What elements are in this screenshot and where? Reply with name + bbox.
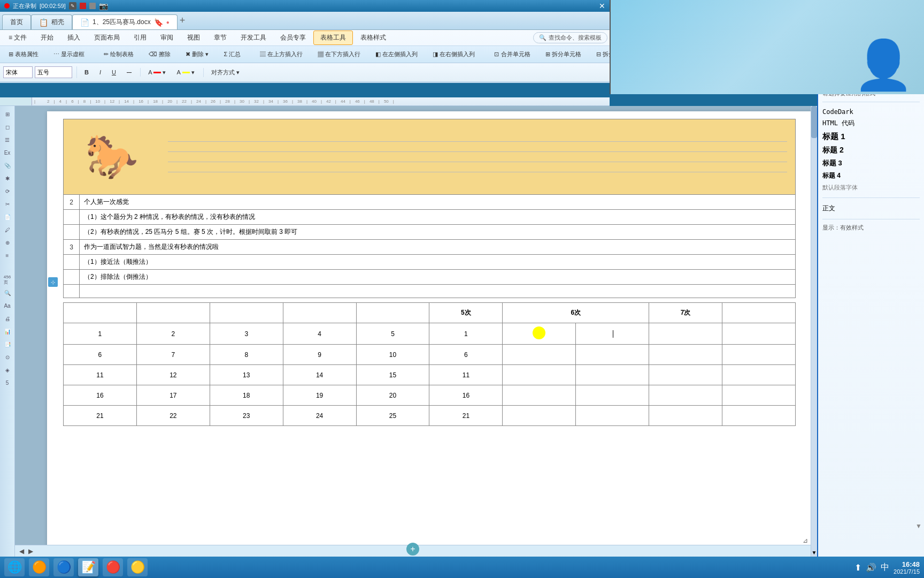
close-button[interactable]: ✕	[599, 2, 605, 10]
taskbar-app2[interactable]: 🟠	[29, 558, 49, 576]
insert-row-below-btn[interactable]: ▦ 在下方插入行	[312, 49, 366, 60]
taskbar-browser[interactable]: 🌐	[4, 558, 25, 576]
grid-r2c8[interactable]	[649, 345, 722, 365]
grid-r5c8[interactable]	[649, 406, 722, 426]
tray-lang-icon[interactable]: 中	[881, 562, 889, 573]
row2-content[interactable]: 个人第一次感觉	[80, 195, 796, 210]
edit-icon[interactable]: ✎	[69, 2, 76, 10]
grid-r4c8[interactable]	[649, 385, 722, 406]
sidebar-icon-15[interactable]: Aa	[2, 300, 13, 311]
grid-r1c0[interactable]: 1	[64, 323, 137, 345]
grid-r4c1[interactable]: 17	[136, 385, 210, 406]
row3-sub1-content[interactable]: （1）接近法（顺推法）	[80, 255, 796, 270]
ribbon-tab-review[interactable]: 审阅	[154, 31, 180, 44]
grid-r3c2[interactable]: 13	[210, 365, 283, 385]
rs-style-h3[interactable]: 标题 3	[822, 157, 920, 170]
ribbon-tab-vip[interactable]: 会员专享	[274, 31, 312, 44]
ribbon-tab-start[interactable]: 开始	[34, 31, 60, 44]
resize-handle[interactable]: ⊿	[801, 536, 810, 545]
taskbar-app3[interactable]: 🔵	[53, 558, 74, 576]
tray-volume-icon[interactable]: 🔊	[866, 562, 876, 573]
grid-r1c7[interactable]	[576, 323, 649, 345]
table-move-handle[interactable]: ⊹	[48, 277, 58, 287]
ribbon-tab-ref[interactable]: 引用	[127, 31, 153, 44]
rs-style-body[interactable]: 正文	[822, 202, 920, 215]
ribbon-tab-dev[interactable]: 开发工具	[234, 31, 273, 44]
grid-r3c9[interactable]	[722, 365, 796, 385]
pause-icon[interactable]	[89, 3, 96, 9]
grid-r2c0[interactable]: 6	[64, 345, 137, 365]
font-family-input[interactable]	[3, 66, 33, 78]
grid-r4c7[interactable]	[576, 385, 649, 406]
grid-r3c3[interactable]: 14	[283, 365, 356, 385]
align-button[interactable]: 对齐方式 ▾	[207, 67, 244, 78]
grid-r4c6[interactable]	[503, 385, 576, 406]
taskbar-app6[interactable]: 🟡	[127, 558, 148, 576]
grid-r4c0[interactable]: 16	[64, 385, 137, 406]
highlight-button[interactable]: A ▾	[172, 68, 198, 77]
ribbon-tab-chapter[interactable]: 章节	[207, 31, 233, 44]
font-color-button[interactable]: A ▾	[144, 68, 170, 77]
empty-content[interactable]	[80, 285, 796, 298]
sidebar-icon-9[interactable]: 📄	[2, 211, 13, 223]
tray-up-icon[interactable]: ⬆	[854, 562, 861, 573]
grid-r4c5[interactable]: 16	[429, 385, 503, 406]
tab-shell[interactable]: 📋 稻壳	[31, 14, 72, 29]
ribbon-tab-layout[interactable]: 页面布局	[88, 31, 126, 44]
grid-r5c3[interactable]: 24	[283, 406, 356, 426]
grid-r2c7[interactable]	[576, 345, 649, 365]
tab-home[interactable]: 首页	[2, 14, 31, 29]
sidebar-icon-1[interactable]: ⊞	[2, 108, 13, 120]
grid-r1c4[interactable]: 5	[356, 323, 429, 345]
insert-col-left-btn[interactable]: ◧ 在左侧插入列	[370, 49, 423, 60]
ribbon-tab-insert[interactable]: 插入	[61, 31, 87, 44]
delete-btn[interactable]: ✖ 删除 ▾	[180, 49, 214, 60]
grid-r2c2[interactable]: 8	[210, 345, 283, 365]
grid-r1c6-highlighted[interactable]	[503, 323, 576, 345]
tab-document[interactable]: 📄 1、25匹马赛马.docx 🔖 ●	[72, 14, 178, 29]
grid-r1c2[interactable]: 3	[210, 323, 283, 345]
grid-r1c8[interactable]	[649, 323, 722, 345]
grid-r5c7[interactable]	[576, 406, 649, 426]
ribbon-tab-table-tools[interactable]: 表格工具	[313, 31, 353, 45]
rs-scroll-down[interactable]: ▼	[915, 522, 922, 530]
insert-row-above-btn[interactable]: ▤ 在上方插入行	[255, 49, 308, 60]
grid-r2c1[interactable]: 7	[136, 345, 210, 365]
grid-r5c0[interactable]: 21	[64, 406, 137, 426]
search-box[interactable]: 🔍 查找命令、搜索模板	[533, 32, 607, 43]
sidebar-icon-18[interactable]: 📑	[2, 338, 13, 350]
sidebar-icon-16[interactable]: 🖨	[2, 313, 13, 324]
highlight-dropdown-icon[interactable]: ▾	[191, 69, 195, 76]
rs-style-h2[interactable]: 标题 2	[822, 144, 920, 157]
sidebar-icon-19[interactable]: ⊙	[2, 351, 13, 363]
grid-r2c3[interactable]: 9	[283, 345, 356, 365]
grid-r5c9[interactable]	[722, 406, 796, 426]
grid-r3c7[interactable]	[576, 365, 649, 385]
ribbon-tab-table-style[interactable]: 表格样式	[354, 31, 392, 44]
sidebar-icon-20[interactable]: ◈	[2, 364, 13, 376]
rs-style-default-para[interactable]: 默认段落字体	[822, 182, 920, 193]
grid-r3c6[interactable]	[503, 365, 576, 385]
grid-r5c1[interactable]: 22	[136, 406, 210, 426]
split-cell-btn[interactable]: ⊞ 拆分单元格	[540, 49, 587, 60]
sidebar-icon-10[interactable]: 🖊	[2, 224, 13, 235]
rs-style-htmlcode[interactable]: HTML 代码	[822, 117, 920, 130]
row3-content[interactable]: 作为一道面试智力题，当然是没有秒表的情况啦	[80, 240, 796, 255]
ribbon-tab-file[interactable]: ≡ 文件	[2, 31, 33, 44]
taskbar-app5[interactable]: 🔴	[103, 558, 123, 576]
doc-scrollbar[interactable]: ▼	[811, 106, 817, 557]
row3-sub2-content[interactable]: （2）排除法（倒推法）	[80, 270, 796, 285]
sidebar-icon-12[interactable]: ≡	[2, 249, 13, 261]
grid-r4c9[interactable]	[722, 385, 796, 406]
grid-r2c9[interactable]	[722, 345, 796, 365]
sidebar-icon-17[interactable]: 📊	[2, 325, 13, 337]
grid-r5c2[interactable]: 23	[210, 406, 283, 426]
sidebar-icon-7[interactable]: ⟳	[2, 185, 13, 197]
row2-sub2-content[interactable]: （2）有秒表的情况，25 匹马分 5 组。赛 5 次，计时。根据时间取前 3 即…	[80, 225, 796, 240]
underline-button[interactable]: U	[107, 68, 120, 77]
grid-r5c6[interactable]	[503, 406, 576, 426]
strikethrough-button[interactable]: ···	[122, 68, 136, 77]
merge-cell-btn[interactable]: ⊡ 合并单元格	[489, 49, 535, 60]
clock[interactable]: 16:48 2021/7/15	[894, 560, 920, 575]
grid-r2c4[interactable]: 10	[356, 345, 429, 365]
